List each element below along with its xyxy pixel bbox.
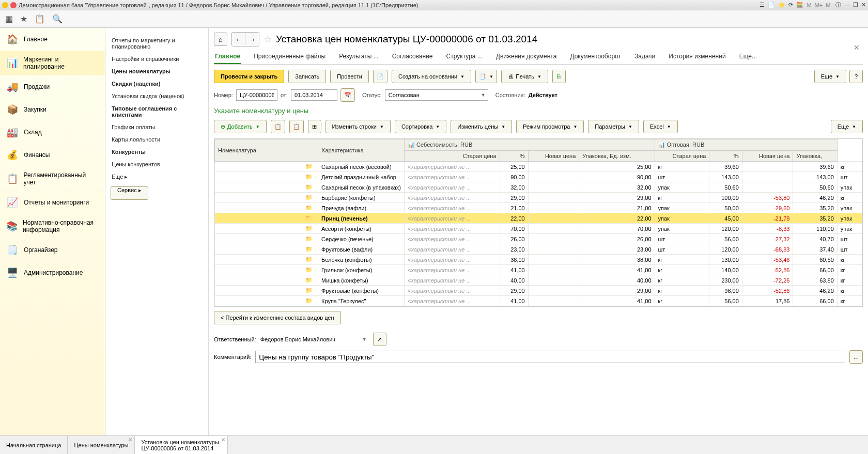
doc-tab[interactable]: Присоединенные файлы [253, 50, 327, 64]
doc-tab[interactable]: Структура ... [445, 50, 484, 64]
clipboard-icon[interactable]: 📋 [35, 14, 45, 24]
col-group-wholesale[interactable]: 📊 Оптовая, RUB [655, 139, 837, 151]
sidebar-item[interactable]: 📈Отчеты и мониторинги [0, 191, 105, 214]
comment-input[interactable] [255, 351, 845, 363]
table-row[interactable]: 📁Барбарис (конфеты)<характеристики не ..… [215, 193, 862, 203]
print-button[interactable]: 🖨Печать▼ [501, 70, 548, 83]
tb-icon[interactable]: ☰ [760, 2, 765, 8]
create-based-button[interactable]: Создать на основании▼ [392, 70, 471, 83]
submenu-item[interactable]: Отчеты по маркетингу и планированию [111, 34, 203, 53]
star-icon[interactable]: ★ [20, 14, 27, 24]
tb-icon[interactable]: 🧮 [796, 2, 803, 8]
submenu-item[interactable]: Скидки (наценки) [111, 77, 203, 90]
price-table-wrap[interactable]: Номенклатура Характеристика 📊 Себестоимо… [214, 138, 863, 307]
col-pack2[interactable]: Упаковка, [793, 151, 837, 162]
col-group-cost[interactable]: 📊 Себестоимость, RUB [405, 139, 655, 151]
more-button[interactable]: Еще▼ [814, 70, 846, 83]
minimize-icon[interactable]: — [844, 2, 850, 8]
submenu-item[interactable]: Графики оплаты [111, 121, 203, 133]
home-button[interactable]: ⌂ [214, 33, 227, 46]
doc-tab[interactable]: Согласование [391, 50, 434, 64]
sidebar-item[interactable]: 💰Финансы [0, 144, 105, 166]
submenu-item[interactable]: Цены конкурентов [111, 158, 203, 170]
col-pack[interactable]: Упаковка, Ед. изм. [579, 151, 655, 162]
doc-tab[interactable]: История изменений [668, 50, 726, 64]
attach-button[interactable]: 📄 [373, 70, 388, 83]
more-table-button[interactable]: Еще▼ [831, 120, 863, 133]
apps-icon[interactable]: ▦ [5, 14, 13, 24]
goto-price-types-button[interactable]: < Перейти к изменению состава видов цен [214, 311, 341, 324]
template-button[interactable]: 📑▼ [475, 70, 497, 83]
col-characteristic[interactable]: Характеристика [318, 139, 405, 162]
responsible-combo[interactable]: Федоров Борис Михайлович▼ [260, 336, 369, 342]
open-responsible-button[interactable]: ↗ [373, 333, 386, 346]
doc-tab[interactable]: Главное [214, 50, 241, 64]
tb-icon[interactable]: ⟳ [788, 2, 793, 8]
sidebar-item[interactable]: 🏠Главное [0, 28, 105, 51]
edit-prices-button[interactable]: Изменить цены▼ [451, 120, 512, 133]
sidebar-item[interactable]: 📋Регламентированный учет [0, 166, 105, 191]
close-icon[interactable]: ✕ [861, 2, 866, 8]
doc-tab[interactable]: Результаты ... [338, 50, 380, 64]
sidebar-item[interactable]: 🖥️Администрирование [0, 261, 105, 284]
tb-mminus-icon[interactable]: M- [826, 2, 832, 8]
doc-tab[interactable]: Движения документа [495, 50, 558, 64]
sidebar-item[interactable]: 🚚Продажи [0, 75, 105, 98]
post-close-button[interactable]: Провести и закрыть [214, 70, 284, 83]
table-row[interactable]: 📁Сахарный песок (в упаковках)<характерис… [215, 182, 862, 193]
doc-tab[interactable]: Задачи [633, 50, 656, 64]
calendar-button[interactable]: 📅 [340, 88, 355, 102]
comment-expand-button[interactable]: … [849, 350, 863, 364]
submenu-item[interactable]: Карты лояльности [111, 133, 203, 146]
excel-button[interactable]: Excel▼ [643, 120, 678, 133]
table-row[interactable]: 📁Сахарный песок (весовой)<характеристики… [215, 162, 862, 172]
view-mode-button[interactable]: Режим просмотра▼ [516, 120, 584, 133]
nav-back-button[interactable]: ← [232, 33, 245, 46]
params-button[interactable]: Параметры▼ [588, 120, 639, 133]
table-row[interactable]: 📁Грильяж (конфеты)<характеристики не ...… [215, 265, 862, 275]
save-button[interactable]: Записать [288, 70, 326, 83]
nav-fwd-button[interactable]: → [245, 33, 259, 46]
favorite-star-icon[interactable]: ☆ [264, 34, 272, 45]
sort-button[interactable]: Сортировка▼ [395, 120, 446, 133]
export-button[interactable]: ⎘ [552, 70, 566, 83]
col-new-price2[interactable]: Новая цена [742, 151, 793, 162]
sidebar-item[interactable]: 📚Нормативно-справочная информация [0, 214, 105, 239]
col-pct[interactable]: % [500, 151, 528, 162]
tb-mplus-icon[interactable]: M+ [815, 2, 823, 8]
post-button[interactable]: Провести [330, 70, 369, 83]
col-old-price2[interactable]: Старая цена [655, 151, 709, 162]
status-combo[interactable]: Согласован▼ [385, 89, 488, 101]
help-button[interactable]: ? [849, 70, 863, 83]
doc-tab[interactable]: Документооборот [569, 50, 622, 64]
close-document-icon[interactable]: ✕ [854, 43, 860, 52]
table-row[interactable]: 📁Белочка (конфеты)<характеристики не ...… [215, 255, 862, 265]
paste-button[interactable]: 📋 [289, 120, 304, 133]
table-row[interactable]: 📁Фруктовые (конфеты)<характеристики не .… [215, 286, 862, 296]
maximize-icon[interactable]: ❐ [853, 2, 858, 8]
add-button[interactable]: ⊕Добавить▼ [214, 120, 267, 133]
table-row[interactable]: 📁Причуда (вафли)<характеристики не ...21… [215, 203, 862, 213]
sidebar-item[interactable]: 📊Маркетинг и планирование [0, 51, 105, 75]
table-row[interactable]: 📁Принц (печенье)<характеристики не ...22… [215, 213, 862, 224]
col-new-price[interactable]: Новая цена [528, 151, 579, 162]
submenu-item[interactable]: Сервис ▸ [111, 186, 148, 200]
col-nomenclature[interactable]: Номенклатура [215, 139, 318, 162]
info-icon[interactable]: ⓘ [835, 1, 841, 9]
col-pct2[interactable]: % [709, 151, 742, 162]
date-input[interactable] [291, 89, 337, 101]
tb-icon[interactable]: ⭐ [778, 2, 785, 8]
submenu-item[interactable]: Установки скидок (наценок) [111, 90, 203, 102]
submenu-item[interactable]: Еще ▸ [111, 170, 203, 183]
table-row[interactable]: 📁Детский праздничный набор<характеристик… [215, 172, 862, 182]
table-row[interactable]: 📁Крупа "Геркулес"<характеристики не ...4… [215, 296, 862, 306]
sidebar-item[interactable]: 📦Закупки [0, 98, 105, 121]
search-icon[interactable]: 🔍 [52, 14, 63, 24]
table-row[interactable]: 📁Мишка (конфеты)<характеристики не ...40… [215, 275, 862, 286]
table-row[interactable]: 📁Сердечко (печенье)<характеристики не ..… [215, 234, 862, 244]
barcode-button[interactable]: ⊞ [308, 120, 321, 133]
copy-button[interactable]: 📋 [271, 120, 285, 133]
number-input[interactable] [236, 89, 277, 101]
doc-tab[interactable]: Еще... [738, 50, 758, 64]
submenu-item[interactable]: Цены номенклатуры [111, 65, 203, 77]
